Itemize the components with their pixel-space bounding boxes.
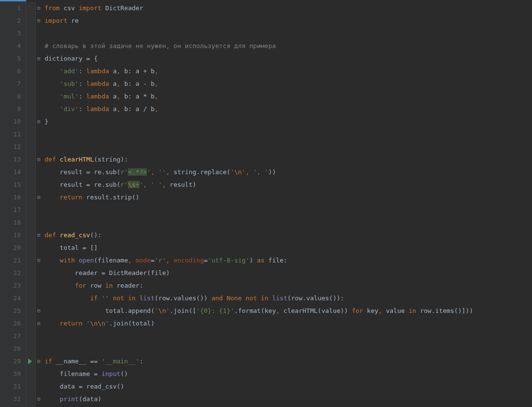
code-line[interactable]: [45, 141, 532, 153]
line-number: 2: [0, 15, 21, 27]
fold-icon[interactable]: ⊟: [36, 233, 41, 238]
run-icon[interactable]: [28, 358, 32, 364]
line-number: 20: [0, 242, 21, 254]
code-line[interactable]: total = []: [45, 242, 532, 254]
code-line[interactable]: from csv import DictReader: [45, 2, 532, 15]
code-line[interactable]: return result.strip(): [45, 191, 532, 204]
line-number: 12: [0, 141, 21, 153]
line-number: 23: [0, 279, 21, 292]
code-line[interactable]: [45, 216, 532, 229]
code-line[interactable]: [45, 128, 532, 141]
fold-icon[interactable]: ⊟: [36, 309, 41, 313]
code-line[interactable]: [45, 204, 532, 216]
fold-icon[interactable]: ⊟: [36, 56, 41, 61]
code-line[interactable]: [45, 27, 532, 40]
line-number: 30: [0, 368, 21, 380]
line-number: 27: [0, 330, 21, 342]
code-line[interactable]: def read_csv():: [45, 229, 532, 242]
line-number: 9: [0, 103, 21, 115]
code-line[interactable]: [45, 342, 532, 355]
code-line[interactable]: for row in reader:: [45, 279, 532, 292]
line-number: 19: [0, 229, 21, 242]
line-number: 21: [0, 254, 21, 267]
fold-icon[interactable]: ⊟: [36, 321, 41, 326]
code-line[interactable]: result = re.sub(r'<.*?>', '', string.rep…: [45, 166, 532, 179]
fold-icon[interactable]: ⊟: [36, 397, 41, 402]
line-number: 1: [0, 2, 21, 15]
code-line[interactable]: 'sub': lambda a, b: a - b,: [45, 78, 532, 90]
code-line[interactable]: import re: [45, 15, 532, 27]
code-line[interactable]: def clearHTML(string):: [45, 153, 532, 166]
code-line[interactable]: # словарь в этой задаче не нужен, он исп…: [45, 40, 532, 52]
line-number: 3: [0, 27, 21, 40]
code-line[interactable]: result = re.sub(r'\s+', ' ', result): [45, 179, 532, 191]
fold-column[interactable]: ⊟⊟⊟⊟⊟⊟⊟⊟⊟⊟⊟⊟: [36, 2, 43, 407]
run-marker-column[interactable]: [26, 2, 36, 407]
line-number: 15: [0, 179, 21, 191]
line-number: 28: [0, 342, 21, 355]
active-tab-indicator: [0, 0, 26, 1]
fold-icon[interactable]: ⊟: [36, 157, 41, 162]
line-number: 17: [0, 204, 21, 216]
line-number: 4: [0, 40, 21, 52]
line-number: 18: [0, 216, 21, 229]
line-number: 29: [0, 355, 21, 368]
fold-icon[interactable]: ⊟: [36, 6, 41, 11]
fold-icon[interactable]: ⊟: [36, 18, 41, 23]
line-number: 14: [0, 166, 21, 179]
code-area[interactable]: from csv import DictReaderimport re # сл…: [43, 2, 532, 407]
fold-icon[interactable]: ⊟: [36, 258, 41, 263]
line-number: 26: [0, 317, 21, 330]
code-line[interactable]: 'mul': lambda a, b: a * b,: [45, 90, 532, 103]
code-line[interactable]: total.append('\n'.join(['{0}: {1}'.forma…: [45, 305, 532, 317]
code-line[interactable]: 'div': lambda a, b: a / b,: [45, 103, 532, 115]
fold-icon[interactable]: ⊟: [36, 119, 41, 124]
line-number: 32: [0, 393, 21, 406]
code-line[interactable]: with open(filename, mode='r', encoding='…: [45, 254, 532, 267]
line-number: 22: [0, 267, 21, 279]
line-number: 24: [0, 292, 21, 305]
line-number: 11: [0, 128, 21, 141]
code-line[interactable]: print(data): [45, 393, 532, 406]
code-line[interactable]: }: [45, 115, 532, 128]
line-number: 13: [0, 153, 21, 166]
code-line[interactable]: return '\n\n'.join(total): [45, 317, 532, 330]
code-line[interactable]: if __name__ == '__main__':: [45, 355, 532, 368]
line-number: 5: [0, 52, 21, 65]
line-number: 8: [0, 90, 21, 103]
code-editor[interactable]: 1234567891011121314151617181920212223242…: [0, 0, 532, 407]
fold-icon[interactable]: ⊟: [36, 195, 41, 200]
code-line[interactable]: dictionary = {: [45, 52, 532, 65]
line-number: 25: [0, 305, 21, 317]
fold-icon[interactable]: ⊟: [36, 359, 41, 364]
line-number: 7: [0, 78, 21, 90]
code-line[interactable]: if '' not in list(row.values()) and None…: [45, 292, 532, 305]
line-number: 10: [0, 115, 21, 128]
line-number-gutter[interactable]: 1234567891011121314151617181920212223242…: [0, 2, 26, 407]
code-line[interactable]: filename = input(): [45, 368, 532, 380]
line-number: 31: [0, 380, 21, 393]
line-number: 6: [0, 65, 21, 78]
code-line[interactable]: 'add': lambda a, b: a + b,: [45, 65, 532, 78]
code-line[interactable]: reader = DictReader(file): [45, 267, 532, 279]
code-line[interactable]: data = read_csv(): [45, 380, 532, 393]
line-number: 16: [0, 191, 21, 204]
code-line[interactable]: [45, 330, 532, 342]
